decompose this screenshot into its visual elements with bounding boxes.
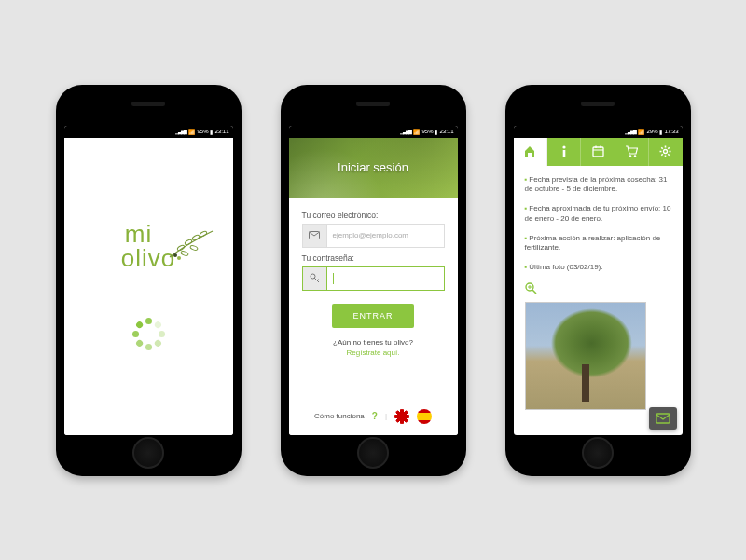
dash-item: ▪Próxima acción a realizar: aplicación d… [525, 234, 671, 254]
password-field[interactable] [302, 266, 445, 291]
signup-link[interactable]: Regístrate aquí. [347, 348, 400, 357]
svg-line-25 [669, 147, 670, 148]
phone-mock-splash: ▁▃▅▇ 📶 95% ▮ 23:11 mi olivo [56, 85, 242, 476]
olive-tree-photo[interactable] [525, 302, 646, 410]
svg-point-17 [634, 155, 636, 157]
help-icon[interactable]: ? [372, 411, 378, 421]
email-input[interactable]: ejemplo@ejemplo.com [326, 224, 445, 248]
gear-icon [659, 145, 671, 157]
email-label: Tu correo electrónico: [302, 211, 445, 220]
password-label: Tu contraseña: [302, 253, 445, 263]
top-nav [514, 138, 683, 166]
svg-point-0 [177, 244, 186, 251]
dash-item: ▪Fecha aproximada de tu próximo envío: 1… [525, 204, 671, 225]
home-icon [523, 145, 536, 157]
olive-branch-icon [168, 225, 218, 263]
nav-cart-button[interactable] [615, 138, 649, 166]
signup-prompt: ¿Aún no tienes tu olivo? Regístrate aquí… [302, 337, 445, 358]
zoom-in-icon[interactable] [525, 282, 537, 294]
login-hero: Iniciar sesión [289, 138, 458, 198]
status-bar: ▁▃▅▇ 📶 95% ▮ 23:11 [289, 126, 458, 138]
info-icon [562, 145, 566, 157]
svg-point-1 [185, 239, 193, 245]
message-fab[interactable] [649, 407, 677, 430]
svg-line-23 [662, 147, 663, 148]
phone-mock-dashboard: ▁▃▅▇ 📶 29% ▮ 17:33 ▪Fecha prevista [505, 85, 691, 476]
svg-point-7 [177, 256, 181, 260]
status-bar: ▁▃▅▇ 📶 95% ▮ 23:11 [64, 126, 233, 138]
svg-point-16 [629, 155, 631, 157]
dash-item: ▪Última foto (03/02/19): [525, 263, 671, 273]
svg-point-2 [192, 234, 200, 240]
submit-button[interactable]: ENTRAR [332, 304, 413, 328]
svg-point-4 [181, 251, 189, 256]
app-logo: mi olivo [121, 222, 175, 270]
flag-uk-icon[interactable] [394, 409, 409, 424]
svg-line-26 [662, 154, 663, 155]
mail-icon [656, 413, 670, 424]
dash-item: ▪Fecha prevista de la próxima cosecha: 3… [525, 175, 671, 196]
status-bar: ▁▃▅▇ 📶 29% ▮ 17:33 [514, 126, 683, 138]
nav-calendar-button[interactable] [581, 138, 615, 166]
login-title: Iniciar sesión [338, 160, 408, 174]
nav-home-button[interactable] [514, 138, 547, 166]
password-input[interactable] [326, 266, 445, 291]
svg-point-3 [200, 230, 208, 237]
calendar-icon [592, 145, 604, 157]
flag-es-icon[interactable] [417, 409, 432, 424]
svg-point-6 [173, 253, 177, 257]
svg-line-24 [669, 154, 670, 155]
phone-mock-login: ▁▃▅▇ 📶 95% ▮ 23:11 Iniciar sesión Tu cor… [281, 85, 466, 476]
svg-rect-12 [593, 147, 603, 157]
loading-spinner-icon [131, 317, 165, 350]
svg-rect-11 [562, 150, 565, 157]
svg-point-10 [562, 145, 565, 148]
nav-info-button[interactable] [547, 138, 581, 166]
cart-icon [625, 145, 638, 157]
svg-point-5 [190, 245, 199, 251]
how-it-works-link[interactable]: Cómo funciona [314, 412, 365, 420]
email-field[interactable]: ejemplo@ejemplo.com [302, 224, 445, 248]
svg-point-18 [664, 150, 668, 154]
mail-icon [302, 224, 326, 248]
key-icon [302, 266, 326, 291]
nav-settings-button[interactable] [649, 138, 682, 166]
svg-rect-31 [656, 414, 670, 423]
svg-line-28 [532, 290, 536, 294]
